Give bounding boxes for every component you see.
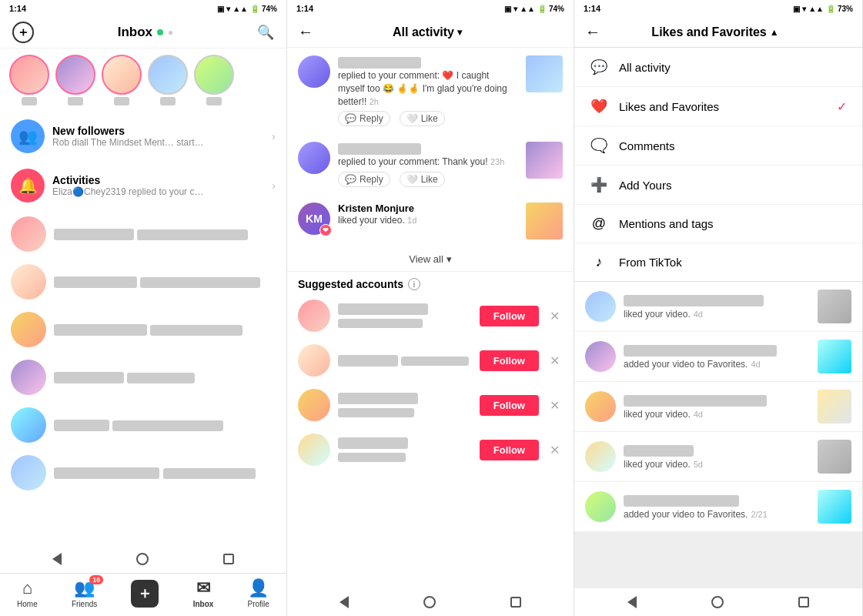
chevron-icon: ›: [272, 179, 276, 192]
story-item[interactable]: ------: [194, 55, 234, 105]
thumb-inner: [526, 142, 563, 179]
recents-nav[interactable]: [223, 554, 234, 564]
back-nav[interactable]: [627, 596, 637, 608]
follow-button[interactable]: Follow: [480, 306, 539, 326]
chevron-icon: ›: [272, 130, 276, 142]
likes-thumb: [818, 440, 851, 474]
activity-thumb: [526, 55, 563, 92]
dropdown-add-yours-label: Add Yours: [619, 179, 847, 192]
message-item[interactable]: ———— 🖐 ————————————: [0, 401, 286, 449]
like-button[interactable]: 🤍 Like: [400, 111, 445, 126]
dropdown-likes-favorites[interactable]: ❤️ Likes and Favorites ✓: [574, 87, 862, 126]
likes-thumb: [818, 490, 851, 524]
likes-time: 4d: [694, 410, 703, 419]
android-nav-3: [574, 588, 862, 616]
view-all-label: View all: [409, 253, 443, 265]
likes-name: —— —————— ———: [624, 495, 739, 507]
dropdown-comments[interactable]: 🗨️ Comments: [574, 126, 862, 165]
dropdown-from-tiktok[interactable]: ♪ From TikTok: [574, 243, 862, 281]
android-nav-2: [287, 588, 574, 616]
back-button[interactable]: ←: [298, 23, 313, 41]
activities-item[interactable]: 🔔 Activities Eliza🔵Chey2319 replied to y…: [0, 161, 286, 210]
dropdown-mentions[interactable]: @ Mentions and tags: [574, 205, 862, 243]
likes-favorites-title: Likes and Favorites ▲: [608, 25, 822, 39]
reply-button[interactable]: 💬 Reply: [338, 111, 390, 126]
suggestion-handle: ——————————: [338, 319, 423, 328]
close-suggestion-button[interactable]: ✕: [547, 353, 563, 368]
battery-icon: 🔋: [537, 5, 547, 13]
follow-button[interactable]: Follow: [480, 395, 539, 416]
followers-text: New followers Rob diall The Mindset Ment…: [52, 125, 264, 148]
reply-button[interactable]: 💬 Reply: [338, 172, 390, 187]
activity-item: —— —————— replied to your comment: Thank…: [287, 134, 574, 195]
new-followers-item[interactable]: 👥 New followers Rob diall The Mindset Me…: [0, 112, 286, 161]
back-nav[interactable]: [340, 596, 349, 608]
close-suggestion-button[interactable]: ✕: [547, 398, 563, 413]
thumb-inner: [818, 390, 851, 424]
nav-friends[interactable]: 👥 16 Friends: [72, 578, 97, 608]
back-button[interactable]: ←: [585, 23, 600, 41]
likes-name: ————————— 🐱 —— 🐱: [624, 395, 767, 407]
back-nav[interactable]: [52, 553, 62, 565]
thumb-inner: [818, 440, 851, 474]
activity-item: —— —————— replied to your comment: ❤️ I …: [287, 48, 574, 134]
add-yours-icon: ➕: [590, 176, 608, 193]
home-nav[interactable]: [423, 596, 436, 608]
close-suggestion-button[interactable]: ✕: [547, 309, 563, 323]
new-message-button[interactable]: ＋: [12, 22, 34, 43]
likes-icon: ❤️: [590, 98, 608, 115]
inbox-title: Inbox ●: [118, 25, 174, 40]
search-button[interactable]: 🔍: [257, 24, 274, 41]
activity-item: KM ❤ Kristen Monjure liked your video. 1…: [287, 195, 574, 247]
message-item[interactable]: ——— —————— ——————————: [0, 306, 286, 353]
follow-button[interactable]: Follow: [480, 350, 539, 371]
story-avatar: [194, 55, 234, 95]
likes-favorites-header: ← Likes and Favorites ▲: [574, 17, 862, 48]
message-item[interactable]: ——————— ——— ————: [0, 353, 286, 401]
message-item[interactable]: ———————— ————————————: [0, 210, 286, 258]
message-item[interactable]: ——— ————— —————————————: [0, 258, 286, 306]
story-item[interactable]: ------: [102, 55, 142, 105]
battery-pct-3: 73%: [838, 5, 853, 13]
all-activity-title: All activity ▾: [321, 25, 534, 39]
recents-nav[interactable]: [798, 597, 809, 608]
likes-content: ————————— 🐱 —— 🐱 liked your video. 4d: [624, 393, 810, 420]
nav-profile[interactable]: 👤 Profile: [247, 578, 269, 608]
recents-nav[interactable]: [510, 597, 521, 608]
close-suggestion-button[interactable]: ✕: [547, 443, 563, 457]
nav-inbox[interactable]: ✉ Inbox: [193, 578, 214, 608]
dropdown-add-yours[interactable]: ➕ Add Yours: [574, 166, 862, 204]
all-activity-panel: 1:14 ▣ ▾ ▲▲ 🔋 74% ← All activity ▾ —— ——…: [287, 0, 574, 616]
home-nav[interactable]: [711, 596, 724, 608]
story-label: ------: [22, 97, 37, 105]
activities-subtitle: Eliza🔵Chey2319 replied to your c…: [52, 186, 264, 197]
likes-thumb: [818, 390, 851, 424]
home-nav[interactable]: [136, 553, 149, 565]
story-item[interactable]: ------: [55, 55, 95, 105]
suggestion-name: —————————: [338, 303, 428, 315]
nav-home-label: Home: [17, 600, 38, 608]
home-icon: ⌂: [22, 578, 32, 598]
suggestion-avatar: [298, 344, 330, 377]
dropdown-all-activity[interactable]: 💬 All activity: [574, 48, 862, 86]
signal-icon: ▣: [793, 5, 800, 13]
suggestion-avatar: [298, 434, 330, 466]
story-item[interactable]: ------: [148, 55, 188, 105]
suggestion-handle: ————————: [401, 357, 469, 366]
view-all-button[interactable]: View all ▾: [287, 247, 574, 271]
story-item[interactable]: ------: [9, 55, 49, 105]
suggestion-item: ——————— ———————— Follow ✕: [287, 427, 574, 472]
likes-time: 2/21: [751, 510, 767, 519]
dropdown-arrow-icon: ▾: [457, 27, 462, 38]
follow-button[interactable]: Follow: [480, 440, 539, 460]
nav-home[interactable]: ⌂ Home: [17, 578, 38, 608]
inbox-icon: ✉: [196, 578, 210, 598]
like-button[interactable]: 🤍 Like: [400, 172, 445, 187]
message-content: ——— —————— ——————————: [54, 323, 276, 336]
message-item[interactable]: ——— ——— ———— ——————————: [0, 449, 286, 497]
likes-action: liked your video.: [624, 309, 691, 320]
likes-activity-item: —— —————— ——— added your video to Favori…: [574, 482, 862, 531]
nav-create[interactable]: ＋: [131, 580, 159, 608]
suggestion-item: —————— ———————— Follow ✕: [287, 338, 574, 383]
message-preview: ————————————: [112, 420, 223, 431]
